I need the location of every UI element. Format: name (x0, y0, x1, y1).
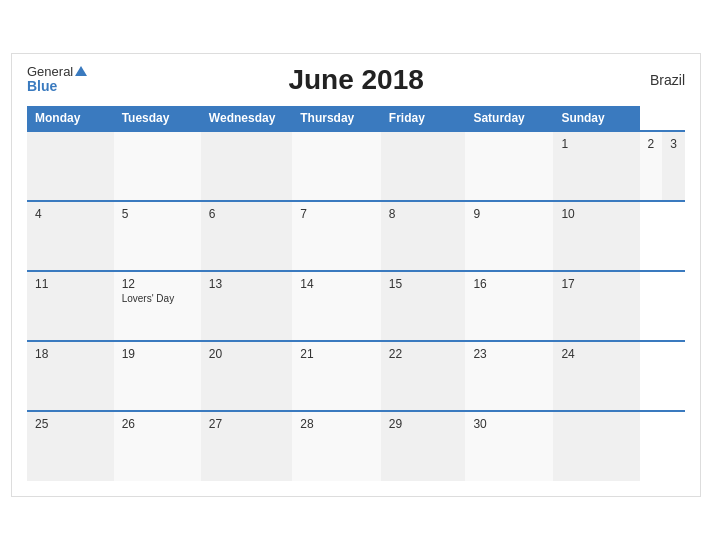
day-event: Lovers' Day (122, 293, 193, 304)
calendar-cell: 8 (381, 201, 466, 271)
day-number: 16 (473, 277, 545, 291)
calendar-cell: 9 (465, 201, 553, 271)
logo-triangle-icon (75, 66, 87, 76)
calendar-cell-empty (27, 131, 114, 201)
calendar-cell: 4 (27, 201, 114, 271)
calendar-cell-empty (114, 131, 201, 201)
calendar-cell: 20 (201, 341, 292, 411)
day-number: 19 (122, 347, 193, 361)
calendar-cell: 3 (662, 131, 685, 201)
day-number: 1 (561, 137, 631, 151)
calendar-cell: 28 (292, 411, 381, 481)
day-number: 12 (122, 277, 193, 291)
calendar-cell (553, 411, 639, 481)
calendar-cell: 17 (553, 271, 639, 341)
header-wednesday: Wednesday (201, 106, 292, 131)
logo: General Blue (27, 65, 87, 95)
day-number: 22 (389, 347, 458, 361)
day-number: 20 (209, 347, 284, 361)
calendar-cell: 1 (553, 131, 639, 201)
day-number: 8 (389, 207, 458, 221)
day-number: 18 (35, 347, 106, 361)
calendar-cell: 23 (465, 341, 553, 411)
day-number: 13 (209, 277, 284, 291)
calendar-cell (381, 131, 466, 201)
calendar-row-3: 18192021222324 (27, 341, 685, 411)
day-number: 4 (35, 207, 106, 221)
header-sunday: Sunday (553, 106, 639, 131)
calendar-cell: 5 (114, 201, 201, 271)
calendar-cell: 15 (381, 271, 466, 341)
day-number: 15 (389, 277, 458, 291)
day-number: 7 (300, 207, 373, 221)
calendar-cell: 10 (553, 201, 639, 271)
day-number: 27 (209, 417, 284, 431)
header-saturday: Saturday (465, 106, 553, 131)
day-number: 3 (670, 137, 677, 151)
calendar-row-4: 252627282930 (27, 411, 685, 481)
day-number: 24 (561, 347, 631, 361)
calendar-cell-empty (201, 131, 292, 201)
calendar-cell: 12Lovers' Day (114, 271, 201, 341)
day-number: 26 (122, 417, 193, 431)
header-monday: Monday (27, 106, 114, 131)
calendar-cell (465, 131, 553, 201)
day-number: 25 (35, 417, 106, 431)
day-number: 2 (648, 137, 655, 151)
header-tuesday: Tuesday (114, 106, 201, 131)
header-thursday: Thursday (292, 106, 381, 131)
calendar-cell: 21 (292, 341, 381, 411)
calendar-cell: 25 (27, 411, 114, 481)
calendar-table: Monday Tuesday Wednesday Thursday Friday… (27, 106, 685, 481)
day-number: 30 (473, 417, 545, 431)
calendar-cell: 19 (114, 341, 201, 411)
day-number: 29 (389, 417, 458, 431)
calendar-cell: 18 (27, 341, 114, 411)
calendar-country: Brazil (625, 72, 685, 88)
day-number: 21 (300, 347, 373, 361)
calendar-cell: 6 (201, 201, 292, 271)
calendar-cell: 26 (114, 411, 201, 481)
calendar-cell: 14 (292, 271, 381, 341)
day-number: 5 (122, 207, 193, 221)
calendar-header: General Blue June 2018 Brazil (27, 64, 685, 96)
calendar-cell: 22 (381, 341, 466, 411)
calendar-cell: 27 (201, 411, 292, 481)
calendar-cell: 7 (292, 201, 381, 271)
day-number: 17 (561, 277, 631, 291)
calendar-cell: 13 (201, 271, 292, 341)
day-number: 9 (473, 207, 545, 221)
calendar-cell: 29 (381, 411, 466, 481)
logo-general-text: General (27, 65, 87, 79)
day-number: 23 (473, 347, 545, 361)
calendar-cell (292, 131, 381, 201)
calendar-title: June 2018 (87, 64, 625, 96)
logo-blue-text: Blue (27, 79, 87, 94)
calendar-cell: 30 (465, 411, 553, 481)
calendar-cell: 11 (27, 271, 114, 341)
header-row: Monday Tuesday Wednesday Thursday Friday… (27, 106, 685, 131)
day-number: 10 (561, 207, 631, 221)
day-number: 11 (35, 277, 106, 291)
day-number: 28 (300, 417, 373, 431)
day-number: 14 (300, 277, 373, 291)
calendar-cell: 24 (553, 341, 639, 411)
day-number: 6 (209, 207, 284, 221)
calendar-cell: 2 (640, 131, 663, 201)
calendar-row-2: 1112Lovers' Day1314151617 (27, 271, 685, 341)
calendar-row-0: 123 (27, 131, 685, 201)
calendar-row-1: 45678910 (27, 201, 685, 271)
calendar-cell: 16 (465, 271, 553, 341)
calendar: General Blue June 2018 Brazil Monday Tue… (11, 53, 701, 497)
header-friday: Friday (381, 106, 466, 131)
